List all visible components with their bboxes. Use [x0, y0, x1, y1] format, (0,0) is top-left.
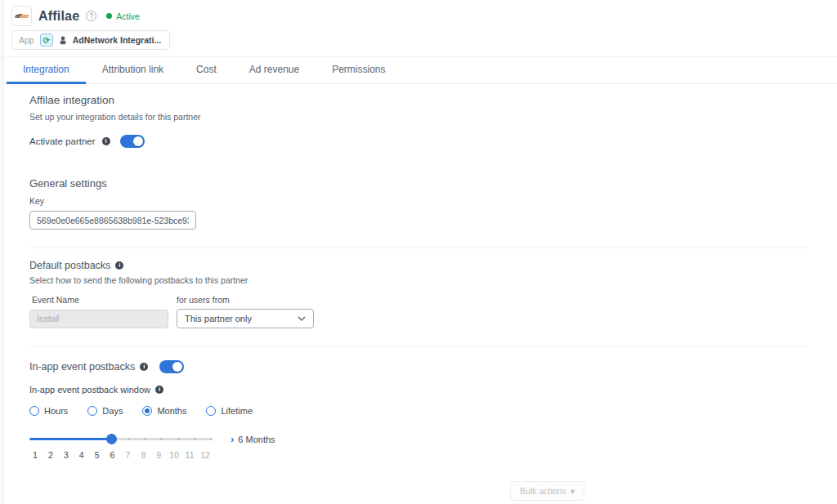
slider-tick-label: 8	[137, 450, 149, 460]
partner-logo: affilae	[11, 6, 32, 26]
tab-attribution-link[interactable]: Attribution link	[86, 57, 180, 84]
activate-partner-label: Activate partner	[29, 136, 96, 146]
slider-tick-label: 11	[184, 450, 195, 460]
slider-tick-label: 2	[45, 450, 56, 460]
radio-selected-icon	[142, 406, 152, 416]
postback-window-radio-group: Hours Days Months Lifetime	[29, 406, 809, 416]
slider-tick-label: 5	[92, 450, 103, 460]
partner-header: affilae Affilae ? Active App ⟳ AdNetwork…	[0, 0, 837, 50]
app-selector[interactable]: App ⟳ AdNetwork Integrati...	[11, 30, 170, 50]
default-postbacks-subtitle: Select how to send the following postbac…	[29, 275, 809, 285]
tab-bar: Integration Attribution link Cost Ad rev…	[0, 56, 837, 84]
page-subtitle: Set up your integration details for this…	[29, 112, 809, 122]
general-settings-section: General settings Key	[29, 177, 809, 230]
info-icon[interactable]: i	[155, 386, 163, 394]
app-name: AdNetwork Integrati...	[73, 35, 162, 45]
tab-ad-revenue[interactable]: Ad revenue	[233, 57, 316, 84]
slider-tick-label: 7	[122, 450, 133, 460]
radio-days[interactable]: Days	[87, 406, 123, 416]
slider-tick-dot	[194, 438, 196, 440]
integration-intro: Affilae integration Set up your integrat…	[29, 94, 809, 148]
for-users-from-col-label: for users from	[177, 295, 230, 305]
slider-tick-label: 3	[60, 450, 72, 460]
page-title: Affilae integration	[29, 94, 809, 106]
radio-icon	[206, 406, 216, 416]
active-dot-icon	[106, 13, 112, 19]
slider-tick-dot	[210, 438, 213, 440]
info-icon[interactable]: i	[102, 137, 110, 145]
in-app-postbacks-title: In-app event postbacks	[29, 361, 135, 372]
default-postbacks-section: Default postbacks i Select how to send t…	[29, 260, 809, 328]
key-label: Key	[29, 196, 809, 206]
app-icon: ⟳	[40, 33, 53, 47]
postback-window-label: In-app event postback window	[29, 385, 150, 395]
slider-tick-label: 1	[29, 450, 41, 460]
slider-tick-label: 6	[107, 450, 119, 460]
event-name-col-label: Event Name	[29, 295, 177, 305]
app-selector-label: App	[19, 35, 34, 45]
in-app-postbacks-toggle[interactable]	[159, 360, 184, 373]
general-settings-title: General settings	[29, 177, 809, 190]
default-postbacks-title: Default postbacks	[29, 260, 110, 271]
postback-window-value[interactable]: › 6 Months	[231, 435, 275, 444]
radio-icon	[87, 406, 97, 416]
slider-rail[interactable]	[29, 434, 211, 444]
bulk-actions-button[interactable]: Bulk actions ▾	[510, 481, 584, 501]
info-icon[interactable]: i	[140, 363, 148, 371]
tab-permissions[interactable]: Permissions	[316, 57, 401, 84]
tab-integration[interactable]: Integration	[7, 57, 86, 84]
partner-title: Affilae	[38, 9, 79, 24]
slider-tick-label: 10	[168, 450, 180, 460]
default-for-users-from-select[interactable]: This partner only	[177, 309, 314, 328]
default-event-name-input	[29, 310, 168, 328]
chevron-down-icon	[298, 316, 306, 321]
divider	[29, 346, 809, 347]
postback-window-slider: 123456789101112	[29, 434, 211, 460]
slider-tick-labels: 123456789101112	[29, 450, 211, 460]
help-icon[interactable]: ?	[86, 11, 96, 21]
tab-cost[interactable]: Cost	[180, 57, 233, 84]
key-input[interactable]	[29, 211, 196, 230]
divider	[29, 248, 809, 248]
page-left-edge	[0, 0, 4, 504]
slider-tick-dot	[177, 438, 180, 440]
activate-partner-toggle[interactable]	[120, 135, 145, 148]
platform-android-icon	[59, 36, 67, 45]
radio-lifetime[interactable]: Lifetime	[206, 406, 253, 416]
status-badge: Active	[106, 11, 140, 21]
info-icon[interactable]: i	[115, 261, 123, 270]
in-app-events-table: Bulk actions ▾ AppsFlyer eventi mapped t…	[27, 481, 584, 504]
in-app-postbacks-section: In-app event postbacks i In-app event po…	[29, 360, 809, 460]
chevron-right-icon: ›	[231, 435, 234, 444]
radio-icon	[29, 406, 39, 416]
slider-handle[interactable]	[106, 434, 117, 444]
caret-down-icon: ▾	[571, 486, 575, 496]
status-label: Active	[116, 11, 140, 21]
slider-tick-label: 4	[76, 450, 87, 460]
slider-tick-label: 12	[199, 450, 211, 460]
slider-tick-label: 9	[153, 450, 164, 460]
radio-months[interactable]: Months	[142, 406, 186, 416]
radio-hours[interactable]: Hours	[29, 406, 68, 416]
